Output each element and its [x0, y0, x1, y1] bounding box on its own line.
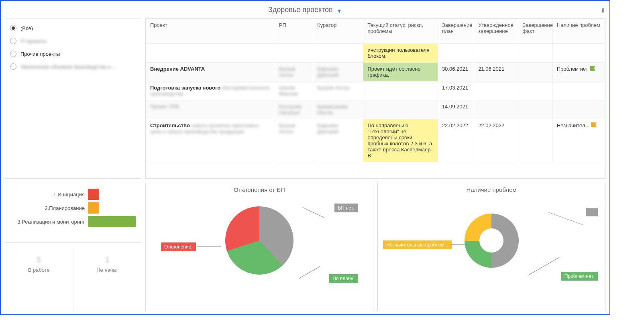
col-project[interactable]: Проект [146, 19, 275, 44]
cell-project: Подготовка запуска нового Инструментальн… [146, 81, 275, 100]
cell-rp: Кострова Наталья [275, 100, 313, 119]
cell-status: Проект идёт согласно графика. [363, 63, 438, 81]
filter-label: (Все) [20, 25, 33, 31]
page-title: Здоровье проектов [268, 6, 333, 14]
kpi-panel: 5 В работе 1 Не начат [5, 247, 141, 311]
table-row[interactable]: Подготовка запуска нового Инструментальн… [146, 81, 605, 100]
radio-icon [10, 51, 16, 57]
table-header-row: Проект РП Куратор Текущий статус, риски,… [146, 19, 605, 44]
cell-problem: Проблем нет [552, 63, 605, 81]
page-header: Здоровье проектов ▼ ⇪ [1, 1, 609, 18]
col-rp[interactable]: РП [275, 19, 313, 44]
kpi-in-work[interactable]: 5 В работе [5, 247, 73, 311]
col-plan[interactable]: Завершение план [438, 19, 474, 44]
cell-project: Строительство нового кузнечно-прессового… [146, 119, 275, 162]
col-fact[interactable]: Завершение факт [518, 19, 552, 44]
stage-bar [88, 189, 99, 200]
filter-label: Увеличение объемов производства и ... [20, 64, 116, 70]
filter-label: IT-проекты [20, 38, 47, 44]
chart-title: Отклонения от БП [149, 186, 370, 193]
export-icon[interactable]: ⇪ [600, 6, 605, 14]
cell-status [363, 100, 438, 119]
deviation-pie [225, 206, 293, 275]
cell-approved [474, 81, 518, 100]
filter-option-other[interactable]: Прочие проекты [7, 47, 139, 60]
kpi-value: 5 [5, 255, 73, 265]
label-no-bp: БП нет: [334, 204, 358, 212]
cell-curator: Кремешкова Нелли [313, 100, 363, 119]
cell-fact [518, 44, 552, 63]
filter-option-volume[interactable]: Увеличение объемов производства и ... [7, 60, 139, 73]
cell-plan: 14.09.2021 [438, 100, 474, 119]
stage-label: 3.Реализация и мониторинг [8, 219, 88, 225]
col-status[interactable]: Текущий статус, риски, проблемы [363, 19, 438, 44]
cell-status [363, 81, 438, 100]
kpi-not-started[interactable]: 1 Не начат [73, 247, 142, 311]
kpi-value: 1 [73, 255, 142, 265]
col-approved[interactable]: Утвержденное завершение [474, 19, 518, 44]
cell-rp: Бугров Антон [275, 119, 313, 162]
cell-rp: Бугров Антон [275, 63, 313, 81]
filter-label: Прочие проекты [20, 51, 60, 57]
table-row[interactable]: инструкции пользователя блоком. [146, 44, 605, 63]
label-minor: Незначительные проблем... [383, 240, 452, 249]
cell-curator: Барыкин Дмитрий [313, 63, 363, 81]
stage-row[interactable]: 3.Реализация и мониторинг [8, 216, 139, 227]
label-on-plan: По плану: [329, 274, 358, 283]
cell-project: Внедрение ADVANTA [146, 63, 275, 81]
cell-problem [552, 44, 605, 63]
stage-label: 2.Планирование [8, 205, 88, 211]
filter-option-all[interactable]: (Все) [7, 22, 139, 35]
stage-bar [88, 216, 136, 227]
cell-plan: 30.06.2021 [438, 63, 474, 81]
radio-icon [10, 38, 16, 44]
flag-icon [590, 66, 595, 71]
cell-status: инструкции пользователя блоком. [363, 44, 438, 63]
cell-status: По направлению "Технологии" не определен… [363, 119, 438, 162]
cell-fact [518, 100, 552, 119]
cell-fact [518, 63, 552, 81]
stage-row[interactable]: 1.Инициация [8, 189, 139, 200]
label-deviation: Отклонение: [161, 242, 196, 251]
cell-fact [518, 81, 552, 100]
table-row[interactable]: Строительство нового кузнечно-прессового… [146, 119, 605, 162]
project-filter-panel: (Все) IT-проекты Прочие проекты Увеличен… [5, 18, 141, 179]
kpi-label: В работе [5, 267, 73, 273]
cell-rp [275, 44, 313, 63]
table-row[interactable]: Проект ТРВКострова НатальяКремешкова Нел… [146, 100, 605, 119]
stage-bar-chart: 1.Инициация2.Планирование3.Реализация и … [5, 183, 141, 243]
table-row[interactable]: Внедрение ADVANTA Бугров АнтонБарыкин Дм… [146, 63, 605, 81]
donut-hole [479, 228, 503, 253]
cell-problem: Незначител... [552, 119, 605, 162]
projects-table-panel: Проект РП Куратор Текущий статус, риски,… [145, 18, 605, 179]
cell-curator [313, 44, 363, 63]
stage-bar [88, 202, 99, 214]
problems-chart: Наличие проблем Незначительные проблем..… [377, 183, 605, 311]
cell-curator: Бугров Антон [313, 81, 363, 100]
filter-icon[interactable]: ▼ [336, 8, 342, 14]
cell-rp: Шахов Максим [275, 81, 313, 100]
chart-title: Наличие проблем [381, 186, 602, 193]
cell-curator: Барыкин Дмитрий [313, 119, 363, 162]
deviation-chart: Отклонения от БП БП нет: Отклонение: По … [145, 183, 373, 311]
cell-problem [552, 100, 605, 119]
cell-fact [518, 119, 552, 162]
cell-plan: 17.03.2021 [438, 81, 474, 100]
stage-row[interactable]: 2.Планирование [8, 202, 139, 214]
label-empty [586, 208, 598, 216]
charts-row: Отклонения от БП БП нет: Отклонение: По … [145, 183, 605, 311]
kpi-label: Не начат [73, 267, 142, 273]
cell-approved [474, 44, 518, 63]
col-problems[interactable]: Наличие проблем [552, 19, 605, 44]
cell-project [146, 44, 275, 63]
cell-plan [438, 44, 474, 63]
cell-plan: 22.02.2022 [438, 119, 474, 162]
cell-approved: 21.06.2021 [474, 63, 518, 81]
flag-icon [591, 122, 597, 127]
radio-icon [10, 63, 16, 70]
cell-problem [552, 81, 605, 100]
col-curator[interactable]: Куратор [313, 19, 363, 44]
cell-project: Проект ТРВ [146, 100, 275, 119]
cell-approved: 22.02.2022 [474, 119, 518, 162]
filter-option-it[interactable]: IT-проекты [7, 35, 139, 47]
